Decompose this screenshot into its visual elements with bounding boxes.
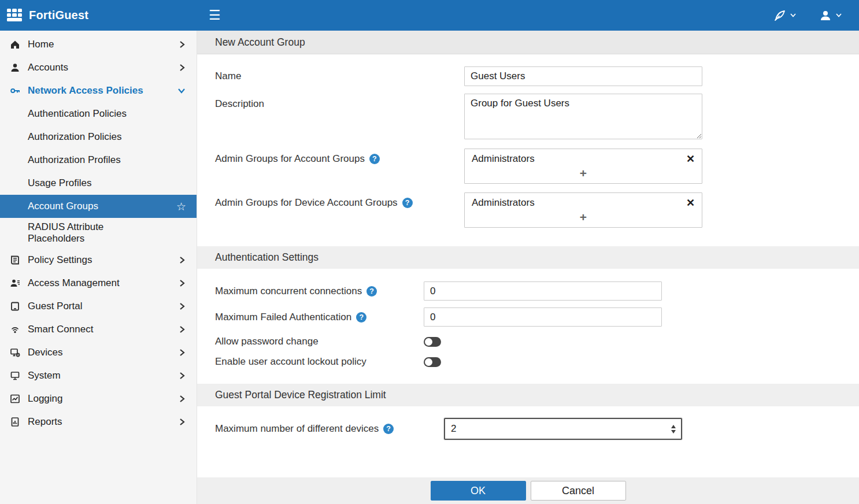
spinner-up-icon[interactable]: [671, 425, 676, 428]
form-footer: OK Cancel: [197, 477, 859, 504]
user-menu[interactable]: [819, 9, 842, 22]
help-icon[interactable]: ?: [356, 312, 366, 323]
chevron-down-icon: [177, 87, 186, 95]
chevron-right-icon: [178, 279, 186, 288]
name-label: Name: [215, 71, 464, 82]
app-window: FortiGuest ☰: [0, 0, 859, 504]
admin-groups-box: Administrators ✕ +: [464, 149, 702, 184]
admin-groups-label: Admin Groups for Account Groups ?: [215, 149, 464, 165]
admin-group-value: Administrators: [472, 153, 535, 165]
device-admin-groups-label: Admin Groups for Device Account Groups ?: [215, 192, 464, 209]
sidebar-item-devices[interactable]: Devices: [0, 341, 197, 364]
chevron-right-icon: [178, 40, 186, 49]
chevron-down-icon: [836, 13, 842, 17]
sidebar: Home Accounts Network Access Policies: [0, 31, 197, 504]
name-row: Name: [197, 66, 859, 86]
max-devices-label: Maximum number of different devices ?: [215, 423, 444, 435]
sidebar-item-account-groups[interactable]: Account Groups ☆: [0, 195, 197, 218]
sidebar-item-policy-settings[interactable]: Policy Settings: [0, 249, 197, 272]
sidebar-item-authorization-profiles[interactable]: Authorization Profiles: [0, 149, 197, 172]
sidebar-item-smart-connect[interactable]: Smart Connect: [0, 318, 197, 341]
devices-icon: [9, 347, 21, 358]
chevron-right-icon: [178, 371, 186, 380]
chevron-down-icon: [790, 13, 796, 17]
sidebar-item-reports[interactable]: Reports: [0, 410, 197, 433]
chevron-right-icon: [178, 63, 186, 72]
description-row: Description Group for Guest Users: [197, 94, 859, 139]
help-icon[interactable]: ?: [369, 154, 380, 164]
device-admin-groups-box: Administrators ✕ +: [464, 192, 702, 228]
device-registration-limit-header: Guest Portal Device Registration Limit: [197, 384, 859, 406]
device-admin-group-value: Administrators: [472, 197, 535, 209]
max-failed-label: Maximum Failed Authentication ?: [215, 312, 424, 323]
reports-icon: [9, 416, 21, 428]
system-icon: [9, 370, 21, 381]
help-icon[interactable]: ?: [383, 424, 394, 434]
help-icon[interactable]: ?: [402, 198, 413, 208]
ok-button[interactable]: OK: [431, 481, 526, 501]
fortiguest-logo-icon: [7, 9, 22, 23]
admin-groups-row: Admin Groups for Account Groups ? Admini…: [197, 149, 859, 184]
remove-icon[interactable]: ✕: [686, 154, 695, 164]
menu-toggle-icon[interactable]: ☰: [209, 9, 221, 22]
guest-portal-icon: [9, 301, 21, 312]
max-failed-row: Maximum Failed Authentication ?: [197, 307, 859, 327]
max-failed-input[interactable]: [424, 307, 662, 327]
help-icon[interactable]: ?: [366, 286, 377, 297]
favorite-star-icon[interactable]: ☆: [176, 200, 186, 213]
add-device-admin-group-button[interactable]: +: [465, 210, 702, 227]
max-devices-row: Maximum number of different devices ?: [197, 418, 859, 440]
sidebar-item-home[interactable]: Home: [0, 33, 197, 56]
name-input[interactable]: [464, 66, 702, 86]
number-spinner[interactable]: [671, 425, 681, 433]
access-management-icon: [9, 277, 21, 289]
toggle-knob: [425, 338, 432, 346]
user-icon: [819, 9, 832, 22]
sidebar-item-network-access-policies[interactable]: Network Access Policies: [0, 79, 197, 102]
max-connections-row: Maximum concurrent connections ?: [197, 281, 859, 301]
main-content: New Account Group Name Description Group…: [197, 31, 859, 504]
add-admin-group-button[interactable]: +: [465, 166, 702, 183]
allow-password-change-toggle[interactable]: [424, 337, 441, 347]
lockout-policy-label: Enable user account lockout policy: [215, 356, 424, 368]
authentication-settings-header: Authentication Settings: [197, 246, 859, 269]
home-icon: [9, 39, 21, 50]
policy-settings-icon: [9, 254, 21, 266]
page-title: New Account Group: [197, 31, 859, 54]
sidebar-item-authentication-policies[interactable]: Authentication Policies: [0, 102, 197, 125]
cancel-button[interactable]: Cancel: [531, 481, 626, 501]
description-label: Description: [215, 94, 464, 110]
accounts-icon: [9, 62, 21, 73]
chevron-right-icon: [178, 417, 186, 427]
device-admin-group-item: Administrators ✕: [465, 193, 702, 210]
quill-icon: [773, 9, 786, 22]
chevron-right-icon: [178, 255, 186, 265]
smart-connect-icon: [9, 324, 21, 335]
sidebar-item-logging[interactable]: Logging: [0, 387, 197, 410]
topbar-actions: [773, 9, 859, 22]
spinner-down-icon[interactable]: [671, 430, 676, 433]
key-icon: [9, 85, 21, 97]
allow-password-change-label: Allow password change: [215, 336, 424, 347]
sidebar-item-access-management[interactable]: Access Management: [0, 272, 197, 295]
description-input[interactable]: Group for Guest Users: [464, 94, 702, 139]
lockout-policy-toggle[interactable]: [424, 357, 441, 367]
sidebar-item-guest-portal[interactable]: Guest Portal: [0, 295, 197, 318]
token-menu[interactable]: [773, 9, 796, 22]
sidebar-item-accounts[interactable]: Accounts: [0, 56, 197, 79]
chevron-right-icon: [178, 348, 186, 357]
max-devices-input[interactable]: [445, 423, 671, 435]
remove-icon[interactable]: ✕: [686, 198, 695, 208]
toggle-knob: [425, 358, 432, 366]
chevron-right-icon: [178, 325, 186, 334]
top-bar: FortiGuest ☰: [0, 0, 859, 31]
sidebar-item-radius-attribute-placeholders[interactable]: RADIUS Attribute Placeholders: [0, 218, 197, 249]
sidebar-item-usage-profiles[interactable]: Usage Profiles: [0, 172, 197, 195]
sidebar-item-authorization-policies[interactable]: Authorization Policies: [0, 125, 197, 149]
max-connections-input[interactable]: [424, 281, 662, 301]
admin-group-item: Administrators ✕: [465, 149, 702, 166]
chevron-right-icon: [178, 302, 186, 311]
brand[interactable]: FortiGuest: [0, 9, 197, 23]
sidebar-item-system[interactable]: System: [0, 364, 197, 387]
device-admin-groups-row: Admin Groups for Device Account Groups ?…: [197, 192, 859, 228]
